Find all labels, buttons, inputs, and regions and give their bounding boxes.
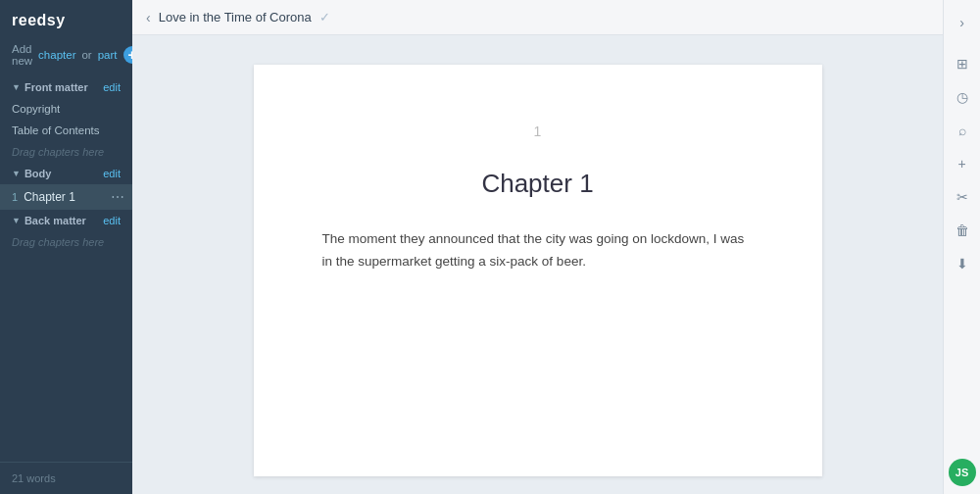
body-edit[interactable]: edit [103,168,121,179]
book-title: Love in the Time of Corona [159,10,312,25]
back-matter-label: Back matter [24,215,86,226]
back-matter-chevron: ▼ [12,216,21,225]
body-label: Body [24,168,52,179]
front-matter-edit[interactable]: edit [103,81,121,93]
chapter-options-icon[interactable]: ⋯ [111,189,124,205]
search-icon[interactable]: ⌕ [948,116,977,145]
download-icon[interactable]: ⬇ [948,249,977,278]
check-icon: ✓ [319,10,330,25]
front-matter-label: Front matter [24,81,88,93]
chapter-row[interactable]: 1 Chapter 1 ⋯ [0,184,132,210]
top-bar: ‹ Love in the Time of Corona ✓ [132,0,943,35]
add-chapter-link[interactable]: chapter [38,49,75,61]
chapter-heading: Chapter 1 [322,169,754,199]
scissors-icon[interactable]: ✂ [948,182,977,212]
plus-icon[interactable]: + [948,149,977,178]
chapter-number: 1 [12,191,18,203]
front-matter-chevron: ▼ [12,82,21,92]
layers-icon[interactable]: ⊞ [948,49,977,78]
sidebar: reedsy Add new chapter or part + ▼ Front… [0,0,132,494]
chapter-label: Chapter 1 [24,190,75,204]
sidebar-item-toc[interactable]: Table of Contents [0,120,132,141]
chevron-right-icon[interactable]: › [948,8,977,37]
editor-area: 1 Chapter 1 The moment they announced th… [132,35,943,494]
front-matter-drag-hint: Drag chapters here [0,141,132,163]
chapter-row-left: 1 Chapter 1 [12,190,75,204]
page-number: 1 [322,124,754,139]
sidebar-item-copyright[interactable]: Copyright [0,98,132,120]
chapter-body-text[interactable]: The moment they announced that the city … [322,228,754,273]
editor-page: 1 Chapter 1 The moment they announced th… [254,65,822,476]
front-matter-header: ▼ Front matter edit [0,76,132,98]
right-toolbar: › ⊞ ◷ ⌕ + ✂ 🗑 ⬇ JS [943,0,980,494]
clock-icon[interactable]: ◷ [948,82,977,112]
app-logo: reedsy [0,0,132,37]
back-matter-drag-hint: Drag chapters here [0,231,132,253]
back-matter-edit[interactable]: edit [103,215,121,226]
body-chevron: ▼ [12,169,21,178]
body-header: ▼ Body edit [0,163,132,184]
add-new-prefix: Add new [12,43,32,67]
main-content: ‹ Love in the Time of Corona ✓ 1 Chapter… [132,0,943,494]
back-button[interactable]: ‹ [146,10,151,25]
word-count: 21 words [0,462,132,494]
add-new-section: Add new chapter or part + [0,37,132,76]
user-avatar[interactable]: JS [949,459,976,486]
add-part-link[interactable]: part [98,49,118,61]
add-or: or [81,49,91,61]
back-matter-header: ▼ Back matter edit [0,210,132,231]
trash-icon[interactable]: 🗑 [948,216,977,245]
